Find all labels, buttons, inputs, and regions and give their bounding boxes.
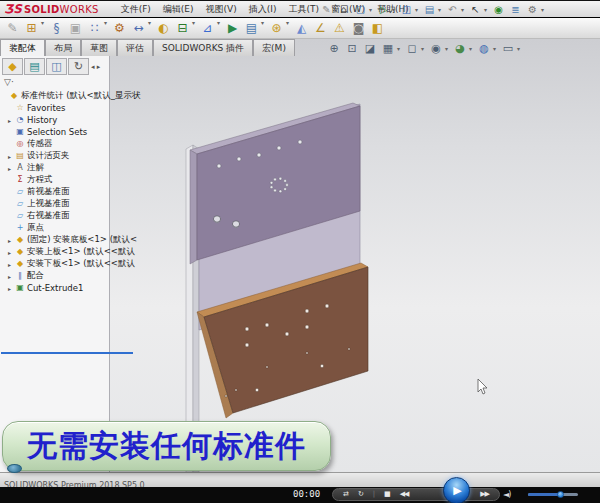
assembly-features-icon[interactable]: ⊟ [173, 19, 192, 37]
tree-item[interactable]: ▸◆(固定) 安装底板<1> (默认< [0, 234, 109, 246]
repeat-button[interactable]: ↻ [358, 491, 363, 498]
configurationmanager-tab[interactable]: ◫ [46, 58, 67, 75]
expand-arrow-icon[interactable]: ▸ [8, 285, 15, 292]
dropdown-arrow-icon[interactable]: ▾ [517, 45, 523, 52]
volume-thumb[interactable] [557, 491, 564, 498]
insert-components-icon[interactable]: ⊞ [22, 19, 41, 37]
shuffle-button[interactable]: ⇄ [343, 491, 348, 498]
featuremanager-tab[interactable]: ◆ [2, 58, 23, 75]
select-cursor-icon[interactable]: ↖ [467, 2, 484, 17]
tree-item[interactable]: +原点 [0, 222, 109, 234]
tree-item[interactable]: ☆Favorites [0, 102, 109, 114]
menu-item[interactable]: 编辑(E) [157, 1, 200, 17]
panel-tab-scroll-arrows[interactable]: ◂ ▸ [91, 63, 100, 71]
tree-item[interactable]: ▸◆安装下板<1> (默认<<默认 [0, 258, 109, 270]
reference-geometry-icon[interactable]: ⊿ [198, 19, 217, 37]
rollback-bar[interactable] [1, 352, 133, 354]
stop-button[interactable]: ■ [384, 491, 390, 498]
annotations-icon: A [15, 164, 25, 172]
save-icon[interactable]: ◫ [398, 2, 415, 17]
volume-slider[interactable] [528, 493, 578, 496]
dropdown-arrow-icon[interactable]: ▾ [541, 6, 547, 13]
tree-item[interactable]: ◎传感器 [0, 138, 109, 150]
tree-item[interactable]: ▸▤设计活页夹 [0, 150, 109, 162]
displaymanager-tab[interactable]: ↻ [68, 58, 89, 75]
tree-item[interactable]: ◆标准件统计 (默认<默认_显示状 [0, 90, 109, 102]
tree-item[interactable]: ▱前视基准面 [0, 186, 109, 198]
assembly-visualization-icon[interactable]: ◧ [368, 19, 387, 37]
measure-icon[interactable]: ∠ [311, 19, 330, 37]
settings-gear-icon[interactable]: ⚙ [524, 2, 541, 17]
edit-appearance-icon[interactable]: ◕ [451, 41, 469, 56]
menu-item[interactable]: 视图(V) [200, 1, 243, 17]
graphics-viewport[interactable] [110, 39, 600, 472]
component-pattern-icon[interactable]: ∷ [85, 19, 104, 37]
expand-arrow-icon[interactable]: ▸ [8, 117, 15, 124]
display-style-icon[interactable]: ◻ [403, 41, 421, 56]
tab-评估[interactable]: 评估 [117, 39, 153, 56]
menu-item[interactable]: 文件(F) [115, 1, 157, 17]
volume-icon[interactable]: ◄) [503, 490, 510, 499]
print-icon[interactable]: ▤ [421, 2, 438, 17]
tab-布局[interactable]: 布局 [45, 39, 81, 56]
tree-item[interactable]: ▸▣Cut-Extrude1 [0, 282, 109, 294]
origin-icon: + [15, 224, 25, 232]
apply-scene-icon[interactable]: ◍ [475, 41, 493, 56]
zoom-to-area-icon[interactable]: ⊡ [343, 41, 361, 56]
tab-装配体[interactable]: 装配体 [0, 39, 45, 56]
move-component-icon[interactable]: ↔ [129, 19, 148, 37]
tree-filter[interactable]: ▽· [0, 76, 109, 88]
expand-arrow-icon[interactable]: ▸ [8, 237, 15, 244]
pin-icon[interactable]: ✎ [318, 2, 335, 17]
expand-arrow-icon[interactable]: ▸ [8, 153, 15, 160]
propertymanager-tab[interactable]: ▤ [24, 58, 45, 75]
video-progress-dot[interactable] [7, 464, 22, 473]
tab-SOLIDWORKS 插件[interactable]: SOLIDWORKS 插件 [153, 39, 253, 56]
rewind-button[interactable]: ◀◀ [400, 491, 409, 498]
mate-icon[interactable]: § [47, 19, 66, 37]
view-settings-icon[interactable]: ▭ [499, 41, 517, 56]
tree-item[interactable]: Σ方程式 [0, 174, 109, 186]
show-hidden-components-icon[interactable]: ◐ [154, 19, 173, 37]
expand-arrow-icon[interactable]: ▸ [8, 249, 15, 256]
new-document-icon[interactable]: ▢ [352, 2, 369, 17]
favorites-icon: ☆ [15, 104, 25, 112]
undo-icon[interactable]: ↶ [444, 2, 461, 17]
open-document-icon[interactable]: ▷ [375, 2, 392, 17]
tree-item[interactable]: ▣Selection Sets [0, 126, 109, 138]
hide-show-items-icon[interactable]: ◉ [427, 41, 445, 56]
component-icon: ◆ [15, 260, 25, 268]
bill-of-materials-icon[interactable]: ▤ [242, 19, 261, 37]
tree-item[interactable]: ▸A注解 [0, 162, 109, 174]
expand-arrow-icon[interactable]: ▸ [8, 273, 15, 280]
options-list-icon[interactable]: ≣ [507, 2, 524, 17]
tree-item[interactable]: ▸◔History [0, 114, 109, 126]
edit-component-icon[interactable]: ✎ [3, 19, 22, 37]
home-icon[interactable]: ⌂ [335, 2, 352, 17]
view-orientation-icon[interactable]: ▦ [379, 41, 397, 56]
tree-item[interactable]: ▸∥配合 [0, 270, 109, 282]
tab-草图[interactable]: 草图 [81, 39, 117, 56]
preview-window-icon[interactable]: ▣ [66, 19, 85, 37]
sensors-icon: ◎ [15, 140, 25, 148]
rebuild-traffic-light-icon[interactable]: ◉ [490, 2, 507, 17]
tree-item[interactable]: ▱上视基准面 [0, 198, 109, 210]
take-snapshot-icon[interactable]: ◙ [349, 19, 368, 37]
expand-arrow-icon[interactable]: ▸ [8, 261, 15, 268]
instant3d-icon[interactable]: ◭ [292, 19, 311, 37]
menu-item[interactable]: 插入(I) [243, 1, 283, 17]
new-motion-study-icon[interactable]: ▶ [223, 19, 242, 37]
interference-detection-icon[interactable]: ⚠ [330, 19, 349, 37]
expand-arrow-icon[interactable]: ▸ [8, 165, 15, 172]
tree-item[interactable]: ▱右视基准面 [0, 210, 109, 222]
tree-item[interactable]: ▸◆安装上板<1> (默认<<默认 [0, 246, 109, 258]
section-view-icon[interactable]: ◪ [361, 41, 379, 56]
play-button[interactable]: ▶ [443, 477, 470, 503]
video-controls-pill: ⇄↻|■◀◀ ▶▶ [332, 488, 500, 501]
smart-fasteners-icon[interactable]: ⚙ [110, 19, 129, 37]
tab-宏(M)[interactable]: 宏(M) [253, 39, 295, 56]
exploded-view-icon[interactable]: ⊛ [267, 19, 286, 37]
forward-button[interactable]: ▶▶ [480, 491, 489, 498]
zoom-to-fit-icon[interactable]: ⊕ [325, 41, 343, 56]
equations-icon: Σ [15, 176, 25, 184]
